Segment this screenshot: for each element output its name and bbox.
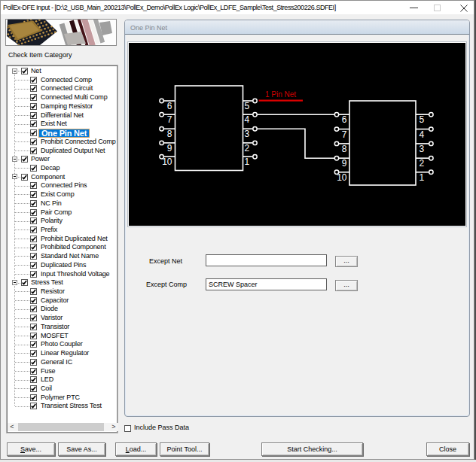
svg-text:3: 3 — [420, 144, 425, 154]
svg-text:9: 9 — [342, 158, 347, 169]
svg-text:2: 2 — [420, 158, 425, 169]
svg-text:7: 7 — [167, 114, 172, 125]
svg-text:8: 8 — [167, 129, 172, 139]
svg-text:6: 6 — [342, 114, 347, 125]
svg-text:10: 10 — [337, 172, 347, 183]
svg-text:4: 4 — [420, 129, 425, 140]
svg-text:6: 6 — [167, 101, 172, 111]
svg-text:8: 8 — [342, 144, 347, 154]
svg-text:1: 1 — [420, 172, 425, 183]
svg-text:4: 4 — [245, 114, 250, 125]
svg-text:5: 5 — [420, 114, 425, 125]
svg-text:2: 2 — [245, 143, 250, 153]
svg-text:7: 7 — [342, 129, 347, 140]
svg-text:10: 10 — [162, 157, 172, 167]
svg-text:1: 1 — [245, 157, 250, 167]
svg-text:5: 5 — [245, 101, 250, 111]
svg-text:3: 3 — [245, 129, 250, 139]
svg-text:9: 9 — [167, 143, 172, 153]
svg-text:1 Pin Net: 1 Pin Net — [265, 90, 296, 99]
